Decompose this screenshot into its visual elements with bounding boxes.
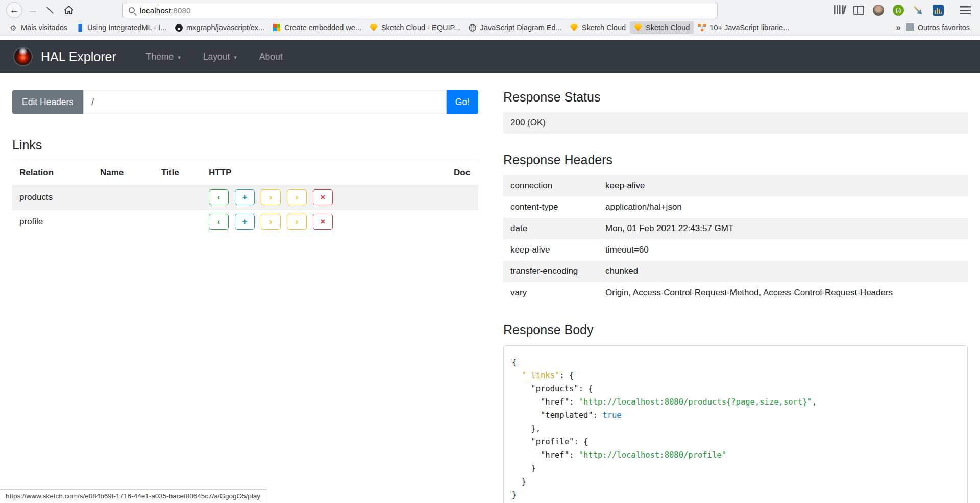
post-button[interactable]: + xyxy=(235,189,255,205)
gear-icon: ⚙ xyxy=(9,23,17,32)
bookmark[interactable]: mxgraph/javascript/ex... xyxy=(170,21,268,34)
delete-button[interactable]: × xyxy=(313,214,333,230)
name-cell xyxy=(93,185,154,210)
bookmark[interactable]: 10+ JavaScript librarie... xyxy=(694,21,793,34)
home-button[interactable] xyxy=(61,3,77,18)
response-status-table: 200 (OK) xyxy=(503,112,968,134)
address-bar[interactable]: localhost:8080 xyxy=(122,3,718,18)
header-value: Mon, 01 Feb 2021 22:43:57 GMT xyxy=(598,218,968,239)
code-line: }, xyxy=(512,422,959,435)
header-key: vary xyxy=(503,282,598,304)
bookmark[interactable]: JavaScript Diagram Ed... xyxy=(464,21,566,34)
home-icon xyxy=(64,5,74,15)
title-cell xyxy=(154,210,202,234)
go-button[interactable]: Go! xyxy=(447,90,478,114)
response-header-row: transfer-encodingchunked xyxy=(503,261,968,282)
bookmark[interactable]: Sketch Cloud - EQUIP... xyxy=(365,21,464,34)
extension-json-icon[interactable]: (-) xyxy=(893,5,904,16)
code-line: } xyxy=(512,488,959,501)
doc-cell xyxy=(447,210,478,234)
delete-button[interactable]: × xyxy=(313,189,333,205)
browser-toolbar: ← → localhost:8080 (-) xyxy=(0,0,980,20)
response-header-row: varyOrigin, Access-Control-Request-Metho… xyxy=(503,282,968,304)
bookmark[interactable]: ⚙Mais visitados xyxy=(5,21,71,34)
header-value: application/hal+json xyxy=(598,196,968,218)
forward-button[interactable]: → xyxy=(26,3,40,17)
nav-item-layout[interactable]: Layout▾ xyxy=(203,52,237,62)
code-line: "products": { xyxy=(512,382,959,395)
chevron-down-icon: ▾ xyxy=(234,54,237,61)
main-content: Edit Headers Go! Links Relation Name Tit… xyxy=(0,73,980,503)
bookmarks-bar: ⚙Mais visitadosUsing IntegratedML - I...… xyxy=(0,20,980,36)
header-value: keep-alive xyxy=(598,175,968,196)
get-button[interactable]: ‹ xyxy=(209,214,229,230)
bookmark-label: JavaScript Diagram Ed... xyxy=(480,23,561,32)
bookmark[interactable]: Using IntegratedML - I... xyxy=(71,21,170,34)
column-relation: Relation xyxy=(12,161,93,185)
link-row-profile: profile‹+››× xyxy=(12,210,478,234)
bookmark[interactable]: Sketch Cloud xyxy=(630,21,694,34)
hal9000-logo-icon xyxy=(13,47,33,66)
response-header-row: connectionkeep-alive xyxy=(503,175,968,196)
relation-cell: products xyxy=(12,185,93,210)
code-line: "templated": true xyxy=(512,409,959,422)
bookmark-label: 10+ JavaScript librarie... xyxy=(709,23,789,32)
uri-input[interactable] xyxy=(83,90,447,114)
back-button[interactable]: ← xyxy=(6,2,22,18)
response-body-panel: { "_links": { "products": { "href": "htt… xyxy=(503,345,968,503)
nav-item-theme[interactable]: Theme▾ xyxy=(146,52,181,62)
bookmark[interactable]: Sketch Cloud xyxy=(566,21,630,34)
response-body-json: { "_links": { "products": { "href": "htt… xyxy=(512,356,959,501)
hal-navbar: HAL Explorer Theme▾Layout▾About xyxy=(0,40,980,73)
globe-icon xyxy=(468,23,476,32)
bookmark[interactable]: Create embedded we... xyxy=(268,21,365,34)
put-button[interactable]: › xyxy=(261,214,281,230)
links-section-title: Links xyxy=(12,138,478,153)
header-value: Origin, Access-Control-Request-Method, A… xyxy=(598,282,968,304)
sidebar-toggle-icon[interactable] xyxy=(853,6,864,15)
column-http: HTTP xyxy=(202,161,447,185)
relation-cell: profile xyxy=(12,210,93,234)
other-favorites-button[interactable]: Outros favoritos xyxy=(906,23,974,32)
put-button[interactable]: › xyxy=(261,189,281,205)
code-line: { xyxy=(512,356,959,369)
name-cell xyxy=(93,210,154,234)
bookmark-label: mxgraph/javascript/ex... xyxy=(186,23,264,32)
patch-button[interactable]: › xyxy=(287,214,307,230)
post-button[interactable]: + xyxy=(235,214,255,230)
library-icon[interactable] xyxy=(834,5,845,15)
code-line: } xyxy=(512,475,959,488)
bookmark-label: Sketch Cloud xyxy=(582,23,626,32)
bookmark-label: Mais visitados xyxy=(21,23,67,32)
address-url: localhost:8080 xyxy=(140,6,191,15)
code-line: "profile": { xyxy=(512,435,959,448)
nav-item-about[interactable]: About xyxy=(259,52,283,62)
nodes-icon xyxy=(698,23,706,32)
get-button[interactable]: ‹ xyxy=(209,189,229,205)
reload-button[interactable] xyxy=(43,3,57,17)
status-bar-link: https://www.sketch.com/s/e084b69f-1716-4… xyxy=(0,489,266,503)
browser-chrome: ← → localhost:8080 (-) xyxy=(0,0,980,36)
extension-arrow-icon[interactable] xyxy=(913,5,924,16)
chrome-page-gap xyxy=(0,36,980,40)
sketch-icon xyxy=(634,23,642,32)
bookmarks-overflow-button[interactable]: » xyxy=(891,22,905,33)
response-headers-table: connectionkeep-alivecontent-typeapplicat… xyxy=(503,175,968,304)
links-header-row: Relation Name Title HTTP Doc xyxy=(12,161,478,185)
code-line: "href": "http://localhost:8080/products{… xyxy=(512,395,959,409)
brand-title[interactable]: HAL Explorer xyxy=(41,49,116,64)
other-favorites-label: Outros favoritos xyxy=(918,23,970,32)
header-key: transfer-encoding xyxy=(503,261,598,282)
edit-headers-button[interactable]: Edit Headers xyxy=(12,90,83,114)
response-header-row: keep-alivetimeout=60 xyxy=(503,239,968,261)
extension-chart-icon[interactable] xyxy=(933,5,944,16)
header-key: date xyxy=(503,218,598,239)
code-line: "_links": { xyxy=(512,369,959,382)
patch-button[interactable]: › xyxy=(287,189,307,205)
menu-button[interactable] xyxy=(960,6,971,14)
response-body-title: Response Body xyxy=(503,322,968,337)
arrow-down-right-icon xyxy=(913,5,924,16)
account-avatar[interactable] xyxy=(873,5,884,16)
sketch-icon xyxy=(370,23,378,32)
response-status-title: Response Status xyxy=(503,90,968,105)
